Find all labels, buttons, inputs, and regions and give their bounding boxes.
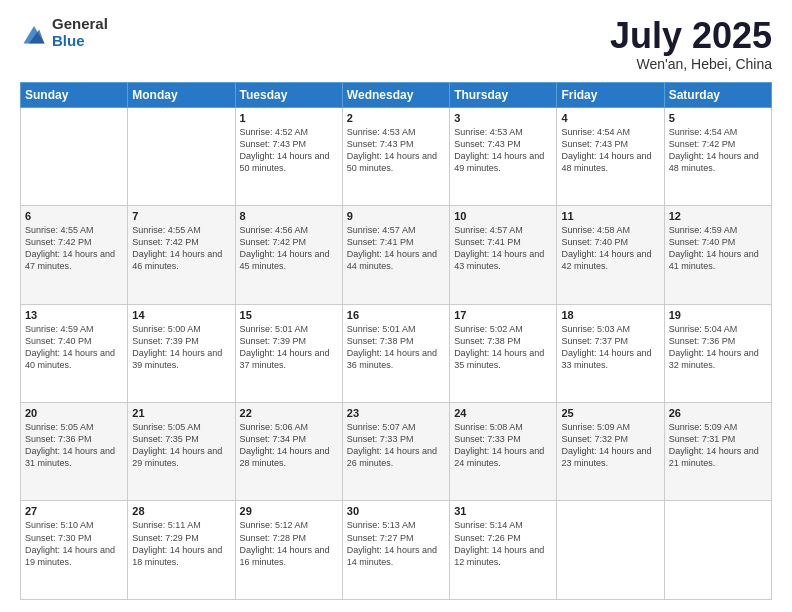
calendar-page: General Blue July 2025 Wen'an, Hebei, Ch… (0, 0, 792, 612)
day-info: Sunrise: 4:55 AM Sunset: 7:42 PM Dayligh… (25, 224, 123, 273)
day-header-monday: Monday (128, 82, 235, 107)
day-cell: 25Sunrise: 5:09 AM Sunset: 7:32 PM Dayli… (557, 403, 664, 501)
day-number: 26 (669, 407, 767, 419)
day-number: 15 (240, 309, 338, 321)
day-number: 23 (347, 407, 445, 419)
day-number: 19 (669, 309, 767, 321)
day-cell: 30Sunrise: 5:13 AM Sunset: 7:27 PM Dayli… (342, 501, 449, 600)
day-number: 5 (669, 112, 767, 124)
day-cell: 20Sunrise: 5:05 AM Sunset: 7:36 PM Dayli… (21, 403, 128, 501)
day-number: 18 (561, 309, 659, 321)
day-number: 12 (669, 210, 767, 222)
day-number: 31 (454, 505, 552, 517)
day-number: 9 (347, 210, 445, 222)
day-header-tuesday: Tuesday (235, 82, 342, 107)
day-number: 20 (25, 407, 123, 419)
day-number: 7 (132, 210, 230, 222)
day-info: Sunrise: 4:57 AM Sunset: 7:41 PM Dayligh… (454, 224, 552, 273)
day-info: Sunrise: 4:58 AM Sunset: 7:40 PM Dayligh… (561, 224, 659, 273)
day-cell: 8Sunrise: 4:56 AM Sunset: 7:42 PM Daylig… (235, 206, 342, 304)
day-cell: 5Sunrise: 4:54 AM Sunset: 7:42 PM Daylig… (664, 107, 771, 205)
day-number: 28 (132, 505, 230, 517)
day-info: Sunrise: 5:02 AM Sunset: 7:38 PM Dayligh… (454, 323, 552, 372)
day-cell: 7Sunrise: 4:55 AM Sunset: 7:42 PM Daylig… (128, 206, 235, 304)
day-cell: 22Sunrise: 5:06 AM Sunset: 7:34 PM Dayli… (235, 403, 342, 501)
day-number: 29 (240, 505, 338, 517)
day-cell: 17Sunrise: 5:02 AM Sunset: 7:38 PM Dayli… (450, 304, 557, 402)
day-number: 6 (25, 210, 123, 222)
logo: General Blue (20, 16, 108, 49)
day-cell: 24Sunrise: 5:08 AM Sunset: 7:33 PM Dayli… (450, 403, 557, 501)
day-number: 11 (561, 210, 659, 222)
day-cell: 26Sunrise: 5:09 AM Sunset: 7:31 PM Dayli… (664, 403, 771, 501)
day-cell: 1Sunrise: 4:52 AM Sunset: 7:43 PM Daylig… (235, 107, 342, 205)
location-subtitle: Wen'an, Hebei, China (610, 56, 772, 72)
day-cell: 19Sunrise: 5:04 AM Sunset: 7:36 PM Dayli… (664, 304, 771, 402)
day-number: 16 (347, 309, 445, 321)
day-info: Sunrise: 5:14 AM Sunset: 7:26 PM Dayligh… (454, 519, 552, 568)
day-cell: 15Sunrise: 5:01 AM Sunset: 7:39 PM Dayli… (235, 304, 342, 402)
days-header-row: SundayMondayTuesdayWednesdayThursdayFrid… (21, 82, 772, 107)
day-number: 25 (561, 407, 659, 419)
day-cell: 10Sunrise: 4:57 AM Sunset: 7:41 PM Dayli… (450, 206, 557, 304)
day-cell: 27Sunrise: 5:10 AM Sunset: 7:30 PM Dayli… (21, 501, 128, 600)
day-header-friday: Friday (557, 82, 664, 107)
day-cell: 11Sunrise: 4:58 AM Sunset: 7:40 PM Dayli… (557, 206, 664, 304)
day-info: Sunrise: 5:07 AM Sunset: 7:33 PM Dayligh… (347, 421, 445, 470)
day-info: Sunrise: 5:11 AM Sunset: 7:29 PM Dayligh… (132, 519, 230, 568)
day-cell (21, 107, 128, 205)
day-number: 1 (240, 112, 338, 124)
day-cell: 13Sunrise: 4:59 AM Sunset: 7:40 PM Dayli… (21, 304, 128, 402)
day-number: 3 (454, 112, 552, 124)
calendar-table: SundayMondayTuesdayWednesdayThursdayFrid… (20, 82, 772, 600)
day-info: Sunrise: 4:54 AM Sunset: 7:43 PM Dayligh… (561, 126, 659, 175)
day-info: Sunrise: 5:00 AM Sunset: 7:39 PM Dayligh… (132, 323, 230, 372)
day-info: Sunrise: 5:06 AM Sunset: 7:34 PM Dayligh… (240, 421, 338, 470)
day-info: Sunrise: 5:04 AM Sunset: 7:36 PM Dayligh… (669, 323, 767, 372)
day-cell: 23Sunrise: 5:07 AM Sunset: 7:33 PM Dayli… (342, 403, 449, 501)
day-cell: 29Sunrise: 5:12 AM Sunset: 7:28 PM Dayli… (235, 501, 342, 600)
day-cell (128, 107, 235, 205)
day-cell: 9Sunrise: 4:57 AM Sunset: 7:41 PM Daylig… (342, 206, 449, 304)
day-cell: 16Sunrise: 5:01 AM Sunset: 7:38 PM Dayli… (342, 304, 449, 402)
day-info: Sunrise: 5:13 AM Sunset: 7:27 PM Dayligh… (347, 519, 445, 568)
title-block: July 2025 Wen'an, Hebei, China (610, 16, 772, 72)
day-info: Sunrise: 4:54 AM Sunset: 7:42 PM Dayligh… (669, 126, 767, 175)
week-row-4: 20Sunrise: 5:05 AM Sunset: 7:36 PM Dayli… (21, 403, 772, 501)
day-info: Sunrise: 4:55 AM Sunset: 7:42 PM Dayligh… (132, 224, 230, 273)
logo-blue-text: Blue (52, 33, 108, 50)
day-info: Sunrise: 4:59 AM Sunset: 7:40 PM Dayligh… (25, 323, 123, 372)
day-info: Sunrise: 5:12 AM Sunset: 7:28 PM Dayligh… (240, 519, 338, 568)
day-cell: 31Sunrise: 5:14 AM Sunset: 7:26 PM Dayli… (450, 501, 557, 600)
day-number: 21 (132, 407, 230, 419)
day-number: 27 (25, 505, 123, 517)
page-header: General Blue July 2025 Wen'an, Hebei, Ch… (20, 16, 772, 72)
day-number: 2 (347, 112, 445, 124)
day-cell: 28Sunrise: 5:11 AM Sunset: 7:29 PM Dayli… (128, 501, 235, 600)
week-row-1: 1Sunrise: 4:52 AM Sunset: 7:43 PM Daylig… (21, 107, 772, 205)
day-number: 22 (240, 407, 338, 419)
day-info: Sunrise: 4:59 AM Sunset: 7:40 PM Dayligh… (669, 224, 767, 273)
day-header-saturday: Saturday (664, 82, 771, 107)
day-header-sunday: Sunday (21, 82, 128, 107)
day-info: Sunrise: 4:57 AM Sunset: 7:41 PM Dayligh… (347, 224, 445, 273)
day-info: Sunrise: 5:09 AM Sunset: 7:31 PM Dayligh… (669, 421, 767, 470)
week-row-5: 27Sunrise: 5:10 AM Sunset: 7:30 PM Dayli… (21, 501, 772, 600)
day-cell: 21Sunrise: 5:05 AM Sunset: 7:35 PM Dayli… (128, 403, 235, 501)
day-info: Sunrise: 5:03 AM Sunset: 7:37 PM Dayligh… (561, 323, 659, 372)
day-number: 10 (454, 210, 552, 222)
day-header-thursday: Thursday (450, 82, 557, 107)
day-cell (557, 501, 664, 600)
day-info: Sunrise: 5:08 AM Sunset: 7:33 PM Dayligh… (454, 421, 552, 470)
logo-icon (20, 19, 48, 47)
day-number: 13 (25, 309, 123, 321)
day-info: Sunrise: 5:01 AM Sunset: 7:39 PM Dayligh… (240, 323, 338, 372)
day-header-wednesday: Wednesday (342, 82, 449, 107)
day-number: 4 (561, 112, 659, 124)
day-cell: 18Sunrise: 5:03 AM Sunset: 7:37 PM Dayli… (557, 304, 664, 402)
day-info: Sunrise: 5:05 AM Sunset: 7:35 PM Dayligh… (132, 421, 230, 470)
day-number: 30 (347, 505, 445, 517)
day-number: 17 (454, 309, 552, 321)
day-cell: 12Sunrise: 4:59 AM Sunset: 7:40 PM Dayli… (664, 206, 771, 304)
day-cell: 2Sunrise: 4:53 AM Sunset: 7:43 PM Daylig… (342, 107, 449, 205)
